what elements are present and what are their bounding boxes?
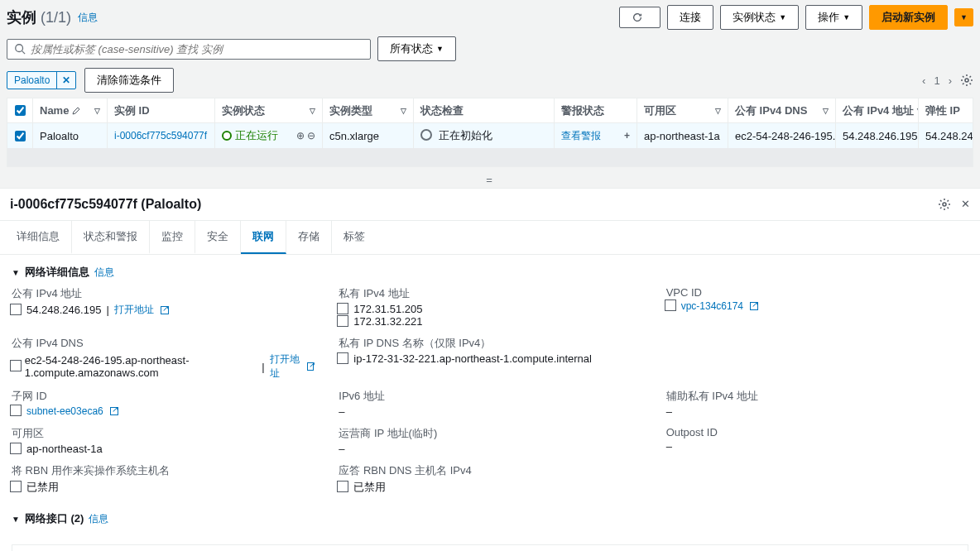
tab-storage[interactable]: 存储 (286, 221, 332, 254)
instance-id-link[interactable]: i-0006cf775c594077f (114, 130, 207, 141)
tab-network[interactable]: 联网 (241, 221, 286, 254)
panel-close-button[interactable]: ✕ (961, 198, 970, 211)
col-instance-id[interactable]: 实例 ID (107, 98, 214, 122)
tab-monitor[interactable]: 监控 (150, 221, 195, 254)
edit-icon (72, 107, 80, 115)
select-all-checkbox[interactable] (15, 105, 26, 116)
col-status-check[interactable]: 状态检查 (413, 98, 554, 122)
table-row[interactable]: Paloalto i-0006cf775c594077f 正在运行⊕ ⊖ c5n… (7, 123, 973, 148)
search-input[interactable] (31, 43, 363, 55)
collapse-icon: ▼ (12, 515, 20, 524)
open-address-link[interactable]: 打开地址 (270, 352, 300, 381)
private-ip-value-1: 172.31.51.205 (353, 303, 422, 315)
cell-status-check: 正在初始化 (439, 128, 492, 143)
status-dot-icon (222, 131, 232, 141)
col-instance-state[interactable]: 实例状态▽ (214, 98, 322, 122)
col-name[interactable]: Name ▽ (32, 98, 107, 122)
private-ip-label: 私有 IPv4 地址 (339, 286, 641, 301)
next-page-button[interactable]: › (949, 74, 952, 87)
detail-tabs: 详细信息 状态和警报 监控 安全 联网 存储 标签 (0, 221, 980, 255)
external-link-icon (750, 302, 758, 310)
caret-down-icon: ▼ (436, 45, 444, 53)
copy-icon[interactable] (12, 362, 20, 371)
col-elastic-ip[interactable]: 弹性 IP (918, 98, 973, 122)
ipv6-value: – (339, 405, 641, 418)
cell-elastic-ip: 54.248.246. (918, 123, 973, 148)
open-address-link[interactable]: 打开地址 (114, 303, 154, 317)
settings-button[interactable] (960, 74, 973, 87)
search-box[interactable] (7, 39, 371, 60)
launch-instance-button[interactable]: 启动新实例 (869, 5, 948, 30)
external-link-icon (307, 362, 314, 371)
search-icon (14, 43, 26, 55)
outpost-id-label: Outpost ID (666, 426, 968, 438)
info-link[interactable]: 信息 (89, 512, 108, 526)
public-dns-value: ec2-54-248-246-195.ap-northeast-1.comput… (25, 354, 257, 379)
cell-public-dns: ec2-54-248-246-195.ap... (728, 123, 835, 148)
svg-line-1 (22, 51, 26, 55)
clear-filters-button[interactable]: 清除筛选条件 (84, 68, 174, 93)
col-alarm-state[interactable]: 警报状态 (554, 98, 637, 122)
col-public-ip[interactable]: 公有 IPv4 地址▽ (835, 98, 918, 122)
aux-private-label: 辅助私有 IPv4 地址 (666, 389, 968, 404)
copy-icon[interactable] (12, 482, 22, 492)
copy-icon[interactable] (12, 406, 22, 416)
copy-icon[interactable] (339, 317, 348, 327)
state-menu-button[interactable]: ⊕ ⊖ (296, 130, 315, 141)
panel-settings-button[interactable] (938, 198, 951, 211)
info-link[interactable]: 信息 (78, 11, 98, 25)
resize-handle[interactable]: = (0, 172, 980, 188)
filter-tag: Paloalto ✕ (7, 71, 76, 89)
tag-remove-button[interactable]: ✕ (57, 72, 75, 89)
col-public-dns[interactable]: 公有 IPv4 DNS▽ (728, 98, 835, 122)
aux-private-value: – (666, 405, 968, 418)
subnet-id-link[interactable]: subnet-ee03eca6 (26, 405, 103, 417)
tab-info[interactable]: 详细信息 (5, 221, 72, 254)
copy-icon[interactable] (339, 304, 348, 314)
tab-status[interactable]: 状态和警报 (72, 221, 150, 254)
add-alarm-button[interactable]: + (624, 130, 630, 141)
public-ip-label: 公有 IPv4 地址 (12, 286, 314, 301)
launch-menu-button[interactable]: ▼ (954, 8, 973, 26)
col-instance-type[interactable]: 实例类型▽ (322, 98, 413, 122)
copy-icon[interactable] (666, 301, 676, 311)
info-link[interactable]: 信息 (94, 266, 114, 280)
row-checkbox[interactable] (15, 131, 26, 141)
copy-icon[interactable] (339, 482, 348, 492)
connect-button[interactable]: 连接 (667, 5, 713, 30)
col-az[interactable]: 可用区▽ (637, 98, 728, 122)
view-alarms-link[interactable]: 查看警报 (561, 129, 601, 143)
network-details-header[interactable]: ▼网络详细信息 信息 (12, 265, 968, 280)
detail-title: i-0006cf775c594077f (Paloalto) (10, 197, 201, 212)
cell-name: Paloalto (32, 123, 107, 148)
instance-state-button[interactable]: 实例状态 ▼ (720, 5, 799, 30)
tab-tags[interactable]: 标签 (332, 221, 377, 254)
copy-icon[interactable] (339, 354, 348, 364)
rbn-label: 将 RBN 用作来宾操作系统主机名 (12, 463, 314, 478)
copy-icon[interactable] (12, 444, 22, 454)
rbn-dns-value: 已禁用 (353, 480, 386, 495)
network-interfaces-header[interactable]: ▼网络接口 (2) 信息 (12, 511, 968, 526)
rbn-dns-label: 应答 RBN DNS 主机名 IPv4 (339, 463, 641, 478)
tab-security[interactable]: 安全 (195, 221, 241, 254)
caret-down-icon: ▼ (779, 13, 786, 22)
svg-point-3 (943, 203, 946, 206)
vpc-id-link[interactable]: vpc-134c6174 (681, 300, 743, 312)
status-filter-button[interactable]: 所有状态 ▼ (377, 36, 456, 61)
outpost-id-value: – (666, 440, 968, 453)
actions-button[interactable]: 操作 ▼ (805, 5, 862, 30)
external-link-icon (110, 407, 118, 415)
caret-down-icon: ▼ (843, 13, 850, 22)
private-ip-value-2: 172.31.32.221 (353, 315, 422, 328)
az-value: ap-northeast-1a (26, 443, 103, 455)
public-ip-value: 54.248.246.195 (26, 304, 101, 316)
private-dns-value: ip-172-31-32-221.ap-northeast-1.compute.… (353, 352, 592, 365)
init-icon (420, 129, 435, 143)
external-link-icon (161, 306, 169, 314)
refresh-button[interactable] (619, 7, 661, 28)
collapse-icon: ▼ (12, 268, 20, 277)
copy-icon[interactable] (12, 305, 22, 315)
cell-public-ip: 54.248.246.195 (835, 123, 918, 148)
ipv6-label: IPv6 地址 (339, 389, 641, 404)
prev-page-button[interactable]: ‹ (922, 74, 925, 87)
